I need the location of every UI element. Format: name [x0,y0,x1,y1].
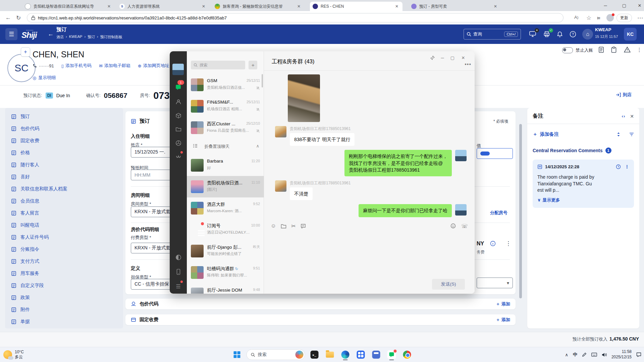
chat-list-item[interactable]: 吐槽码沟通群↻ 9:51 陈伟明: 如果要我们帮... [187,262,264,283]
notification-center-icon[interactable] [636,352,641,357]
sidebar-item-自定义字段[interactable]: 自定义字段 [5,280,123,292]
send-file-icon[interactable] [281,224,286,229]
app-back-icon[interactable]: ← [48,31,54,38]
send-button[interactable]: 发送(S) [432,279,465,290]
browser-menu-icon[interactable]: ⋯ [637,14,643,21]
rate-kebab-icon[interactable]: ⋮ [505,240,511,247]
favorite-star-icon[interactable]: ☆ [586,14,591,21]
sticker-icon[interactable] [450,223,456,229]
miniprogram-icon[interactable] [170,252,187,263]
wechat-taskbar-icon[interactable] [386,349,398,360]
user-avatar[interactable]: KC [624,28,637,41]
sidebar-item-用车服务[interactable]: 用车服务 [5,267,123,280]
help-icon[interactable]: ? [569,30,577,39]
sidebar-item-叫醒电话[interactable]: 叫醒电话 [5,219,123,231]
browser-profile-avatar[interactable] [606,14,614,21]
profile-kebab-icon[interactable]: ⋮ [637,47,642,53]
back-icon[interactable]: ← [5,14,11,21]
assign-room-link[interactable]: 分配房号 [490,210,507,216]
taskbar-dark-app-icon[interactable]: ▸_ [309,349,321,360]
right-column-input-fragment[interactable] [477,148,513,159]
tab-close-icon[interactable]: ✕ [201,3,207,9]
browser-minimize-button[interactable]: ─ [598,0,613,11]
info-icon[interactable] [490,241,496,246]
chat-list-item[interactable]: Barbara 11:20 好 [187,155,264,176]
sidebar-item-喜好[interactable]: 喜好 [5,171,123,183]
browser-tab[interactable]: 贵阳机场智选假日酒店系统网址导 ✕ [22,2,115,11]
browser-tab[interactable]: 预订 - 房型可卖 ✕ [409,2,501,11]
new-chat-button[interactable]: ＋ [249,61,257,69]
conversation-more-icon[interactable]: ••• [465,61,471,67]
sidebar-item-政策[interactable]: 政策 [5,292,123,304]
no-post-toggle[interactable] [562,47,573,53]
touch-keyboard-icon[interactable] [591,353,597,357]
wechat-maximize-icon[interactable]: ▢ [448,54,457,61]
wechat-minimize-icon[interactable]: ─ [438,54,447,61]
sender-avatar[interactable] [275,180,286,192]
tab-close-icon[interactable]: ✕ [106,3,112,9]
sidebar-item-单据[interactable]: 单据 [5,316,123,328]
chat-files-icon[interactable] [170,124,187,135]
browser-tab[interactable]: 旅客查询 - 紫楠旅馆业治安信息管 ✕ [212,2,305,11]
breadcrumb-item[interactable]: KWEAP [69,35,83,40]
show-more-link[interactable]: ∨ 显示更多 [537,197,629,203]
sidebar-item-固定收费[interactable]: 固定收费 [5,135,123,147]
breadcrumb-item[interactable]: 预订 [88,35,95,40]
add-profile-image-button[interactable]: + [21,47,30,57]
sidebar-item-包价代码[interactable]: 包价代码 [5,123,123,135]
file-explorer-icon[interactable] [324,349,336,360]
show-details-link[interactable]: ◎ 显示明细 [33,75,56,81]
speaker-icon[interactable] [602,353,607,357]
sidebar-item-支付方式[interactable]: 支付方式 [5,255,123,267]
add-fixed-charge-button[interactable]: ＋ 添加 [496,317,510,323]
fixed-charges-bar[interactable]: 固定收费 ＋ 添加 [125,314,516,325]
hamburger-menu-icon[interactable]: ☰ [5,28,17,40]
chat-list-item[interactable]: 订阅号 10:00 酒店日记HOTELDAILY: ... [187,219,264,240]
chat-list-item[interactable]: 西区Cluster ... 25/12/10 Fiona 吕晶莹 贵阳南岳... [187,117,264,138]
mobile-link-icon[interactable] [170,266,187,278]
sidebar-item-价格[interactable]: 价格 [5,147,123,159]
sidebar-item-分账指令[interactable]: 分账指令 [5,243,123,255]
clipboard-icon[interactable] [611,47,616,53]
tab-close-icon[interactable]: ✕ [394,3,400,9]
sidebar-item-客人证件号码[interactable]: 客人证件号码 [5,231,123,243]
ime-indicator[interactable]: 中 [573,352,577,358]
folio-doc-icon[interactable] [598,47,604,53]
breadcrumb-item[interactable]: 预订控制面板 [100,35,122,40]
contacts-icon[interactable] [170,96,187,108]
blue-grid-app-icon[interactable] [355,349,367,360]
screenshot-icon[interactable]: ✂ [291,223,296,229]
browser-maximize-button[interactable]: ▢ [616,0,632,11]
sidebar-item-随行客人[interactable]: 随行客人 [5,159,123,171]
more-menu-icon[interactable]: ☰ [170,281,187,292]
update-button[interactable]: 更新 [616,14,632,22]
edge-browser-icon[interactable] [339,349,352,360]
notifications-bell-icon[interactable] [555,30,564,39]
chat-list-item[interactable]: 酒店大群 9:52 Marcom-Karen: 酒... [187,197,264,219]
breadcrumb-item[interactable]: 酒店 [56,35,64,40]
note-history-icon[interactable] [616,164,621,169]
chrome-browser-icon[interactable] [401,349,413,360]
sort-icon[interactable] [616,132,621,137]
voice-call-icon[interactable]: ☏ [461,223,468,229]
breadcrumb[interactable]: 酒店›KWEAP›预订›预订控制面板 [56,35,122,40]
notes-close-icon[interactable]: ✕ [630,114,634,119]
printer-icon[interactable]: ✓ [542,30,551,39]
package-codes-bar[interactable]: 包价代码 ＋ 添加 [125,299,516,309]
windows-start-button[interactable] [231,349,243,360]
add-package-button[interactable]: ＋ 添加 [496,301,510,307]
hidden-icons-chevron[interactable]: ∧ [565,352,568,357]
chat-list-item[interactable]: 前厅-Django 彭... 昨天 可能发的时候点错了 [187,240,264,262]
url-field[interactable]: https://cn1.web.ep.shiji.world/reservati… [27,13,564,22]
profile-add-link[interactable]: ✉添加电子邮箱 [99,63,130,69]
photo-message[interactable] [288,74,320,122]
self-avatar[interactable] [455,204,467,216]
note-kebab-icon[interactable]: ⋮ [625,164,629,169]
collections-icon[interactable]: ⫢ [597,14,600,21]
self-avatar[interactable] [455,150,467,161]
calculator-app-icon[interactable] [370,349,382,360]
sidebar-item-预订[interactable]: 预订 [5,111,123,123]
chat-history-icon[interactable] [301,224,306,229]
taskbar-clock[interactable]: 11:58 2025/12/15 [611,349,632,360]
profile-add-link[interactable]: ▯添加手机号码 [61,63,92,69]
